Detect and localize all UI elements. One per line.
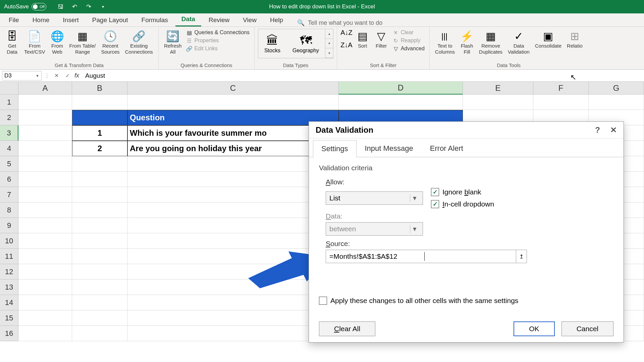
- cell[interactable]: [463, 95, 533, 110]
- column-header[interactable]: D: [339, 82, 463, 95]
- cell[interactable]: [72, 249, 127, 264]
- column-header[interactable]: E: [463, 82, 533, 95]
- cell[interactable]: 1: [72, 125, 127, 141]
- cell[interactable]: [18, 326, 72, 341]
- incell-dropdown-checkbox[interactable]: ✓ In-cell dropdown: [431, 200, 494, 208]
- row-header[interactable]: 2: [0, 110, 18, 125]
- gallery-scroll[interactable]: ▴▾▾: [325, 29, 333, 58]
- save-icon[interactable]: 🖫: [57, 3, 64, 10]
- row-header[interactable]: 5: [0, 156, 18, 172]
- flash-fill-button[interactable]: ⚡Flash Fill: [458, 29, 476, 56]
- row-header[interactable]: 11: [0, 249, 18, 264]
- ok-button[interactable]: OK: [514, 321, 554, 336]
- relations-button[interactable]: ⊞Relatio: [565, 29, 585, 50]
- tab-formulas[interactable]: Formulas: [136, 14, 174, 26]
- cell[interactable]: Question: [127, 110, 339, 125]
- cell[interactable]: [127, 233, 339, 249]
- tab-settings[interactable]: Settings: [313, 140, 357, 157]
- enter-formula-icon[interactable]: ✓: [63, 72, 72, 79]
- advanced-filter-button[interactable]: ▽Advanced: [391, 45, 426, 52]
- tab-data[interactable]: Data: [175, 13, 201, 26]
- chevron-down-icon[interactable]: ▼: [36, 74, 39, 78]
- row-header[interactable]: 10: [0, 233, 18, 249]
- cell[interactable]: [533, 95, 589, 110]
- cell[interactable]: [127, 218, 339, 233]
- cell[interactable]: [339, 95, 463, 110]
- queries-connections-button[interactable]: ▤Queries & Connections: [185, 29, 251, 36]
- cancel-button[interactable]: Cancel: [561, 321, 613, 336]
- tell-me-search[interactable]: 🔍 Tell me what you want to do: [297, 19, 382, 26]
- tab-review[interactable]: Review: [203, 14, 235, 26]
- text-to-columns-button[interactable]: ⫼Text to Columns: [433, 29, 457, 56]
- cell[interactable]: [127, 326, 339, 341]
- source-input[interactable]: =Months!$A$1:$A$12: [326, 250, 516, 263]
- select-all-corner[interactable]: [0, 82, 18, 95]
- cell[interactable]: [127, 249, 339, 264]
- cell[interactable]: [127, 202, 339, 218]
- column-header[interactable]: G: [589, 82, 644, 95]
- cell[interactable]: [72, 202, 127, 218]
- cell[interactable]: [72, 156, 127, 172]
- row-header[interactable]: 8: [0, 202, 18, 218]
- clear-filter-button[interactable]: ✕Clear: [391, 29, 426, 36]
- help-icon[interactable]: ?: [595, 125, 600, 135]
- cell[interactable]: 2: [72, 141, 127, 156]
- cell[interactable]: [72, 172, 127, 187]
- cell[interactable]: [72, 295, 127, 310]
- tab-file[interactable]: File: [3, 14, 25, 26]
- row-header[interactable]: 9: [0, 218, 18, 233]
- tab-page-layout[interactable]: Page Layout: [86, 14, 134, 26]
- cell[interactable]: [18, 295, 72, 310]
- autosave-toggle[interactable]: AutoSave Off: [0, 3, 50, 10]
- cell[interactable]: [18, 249, 72, 264]
- cell[interactable]: [72, 95, 127, 110]
- cell[interactable]: [127, 280, 339, 295]
- range-select-icon[interactable]: ↥: [516, 250, 527, 263]
- remove-duplicates-button[interactable]: ▦Remove Duplicates: [477, 29, 504, 56]
- from-table-button[interactable]: ▦From Table/ Range: [67, 29, 98, 56]
- cell[interactable]: [72, 218, 127, 233]
- fx-icon[interactable]: fx: [74, 72, 79, 79]
- column-header[interactable]: C: [127, 82, 339, 95]
- reapply-button[interactable]: ↻Reapply: [391, 37, 426, 44]
- row-header[interactable]: 6: [0, 172, 18, 187]
- toggle-switch[interactable]: Off: [32, 3, 46, 10]
- row-header[interactable]: 4: [0, 141, 18, 156]
- column-header[interactable]: A: [18, 82, 72, 95]
- name-box[interactable]: D3 ▼: [2, 71, 42, 80]
- filter-button[interactable]: ▽Filter: [373, 29, 390, 50]
- tab-view[interactable]: View: [237, 14, 263, 26]
- redo-icon[interactable]: ↷: [85, 3, 93, 10]
- cell[interactable]: [18, 95, 72, 110]
- cell[interactable]: [18, 172, 72, 187]
- dialog-titlebar[interactable]: Data Validation ? ✕: [309, 122, 624, 138]
- apply-all-checkbox[interactable]: Apply these changes to all other cells w…: [319, 297, 613, 305]
- row-header[interactable]: 15: [0, 310, 18, 326]
- cell[interactable]: [18, 110, 72, 125]
- row-header[interactable]: 16: [0, 326, 18, 341]
- tab-error-alert[interactable]: Error Alert: [422, 140, 472, 157]
- cancel-formula-icon[interactable]: ✕: [52, 72, 61, 79]
- cell[interactable]: [72, 233, 127, 249]
- row-header[interactable]: 3: [0, 125, 18, 141]
- cell[interactable]: [72, 264, 127, 280]
- tab-input-message[interactable]: Input Message: [357, 140, 422, 157]
- row-header[interactable]: 1: [0, 95, 18, 110]
- column-header[interactable]: B: [72, 82, 127, 95]
- cell[interactable]: [18, 156, 72, 172]
- cell[interactable]: [127, 264, 339, 280]
- recent-sources-button[interactable]: 🕓Recent Sources: [99, 29, 121, 56]
- cell[interactable]: [72, 326, 127, 341]
- cell[interactable]: [127, 295, 339, 310]
- get-data-button[interactable]: 🗄Get Data: [3, 29, 21, 56]
- column-header[interactable]: F: [533, 82, 589, 95]
- cell[interactable]: [18, 233, 72, 249]
- formula-input[interactable]: August: [82, 72, 642, 79]
- cell[interactable]: [18, 202, 72, 218]
- from-textcsv-button[interactable]: 📄From Text/CSV: [22, 29, 47, 56]
- cell[interactable]: [18, 280, 72, 295]
- ignore-blank-checkbox[interactable]: ✓ Ignore blank: [431, 188, 494, 196]
- cell[interactable]: [127, 172, 339, 187]
- refresh-all-button[interactable]: 🔄Refresh All: [162, 29, 184, 56]
- stocks-type[interactable]: 🏛Stocks: [258, 32, 286, 56]
